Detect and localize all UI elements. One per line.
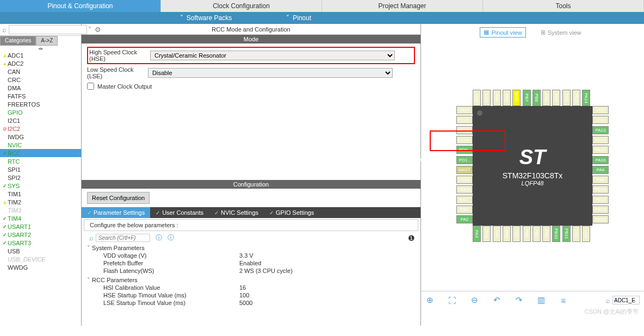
periph-usb_device[interactable]: USB_DEVICE <box>0 255 81 263</box>
periph-i2c1[interactable]: I2C1 <box>0 116 81 125</box>
top-tab-project-manager[interactable]: Project Manager <box>322 0 483 12</box>
pin-PB7[interactable]: PB7 <box>523 90 531 106</box>
toolbar-search-icon[interactable]: ⌕ <box>606 296 610 304</box>
param-search-input[interactable] <box>96 234 150 242</box>
periph-usart2[interactable]: USART2 <box>0 231 81 239</box>
pin-BOO[interactable]: BOO.. <box>512 90 521 106</box>
search-icon[interactable]: ⌕ <box>2 26 7 34</box>
pin-PB3[interactable]: PB3 <box>562 90 571 106</box>
pin-VDDA[interactable]: VDDA <box>456 185 473 194</box>
pin-VBAT[interactable]: VBAT <box>456 106 473 114</box>
pin-PA4[interactable]: PA4 <box>482 226 491 242</box>
param-row[interactable]: HSI Calibration Value16 <box>87 284 415 291</box>
pin-PA11[interactable]: PA11 <box>592 146 609 154</box>
top-tab-clock-configuration[interactable]: Clock Configuration <box>161 0 322 12</box>
pin-PC13[interactable]: PC13.. <box>456 116 473 124</box>
param-row[interactable]: HSE Startup Timout Value (ms)100 <box>87 291 415 299</box>
pin-PC14[interactable]: PC14.. <box>456 126 473 134</box>
pin-VDD[interactable]: VDD <box>582 226 590 242</box>
master-clock-checkbox[interactable] <box>87 83 94 90</box>
lse-select[interactable]: Disable <box>148 68 393 78</box>
pin-PA7[interactable]: PA7 <box>512 226 521 242</box>
periph-dma[interactable]: DMA <box>0 84 81 92</box>
periph-tim2[interactable]: TIM2 <box>0 198 81 206</box>
pin-PA5[interactable]: PA5 <box>493 226 501 242</box>
periph-tim4[interactable]: TIM4 <box>0 214 81 222</box>
top-tab-pinout-configuration[interactable]: Pinout & Configuration <box>0 0 161 12</box>
pin-NRST[interactable]: NRST <box>456 166 473 174</box>
periph-gpio[interactable]: GPIO <box>0 108 81 116</box>
rotate-left-icon[interactable]: ↶ <box>492 296 501 304</box>
periph-freertos[interactable]: FREERTOS <box>0 100 81 108</box>
pin-PB12[interactable]: PB12 <box>592 215 609 223</box>
periph-spi1[interactable]: SPI1 <box>0 165 81 173</box>
pin-PA8[interactable]: PA8 <box>592 176 609 184</box>
periph-spi2[interactable]: SPI2 <box>0 173 81 182</box>
pin-VSS[interactable]: VSS <box>592 116 609 124</box>
help-icon[interactable]: ❶ <box>408 234 415 242</box>
system-view-button[interactable]: ⊞System view <box>537 27 585 38</box>
pin-PB13[interactable]: PB13 <box>592 206 609 214</box>
periph-rtc[interactable]: RTC <box>0 157 81 165</box>
updown-arrows[interactable]: ◂▸ <box>0 46 81 51</box>
pin-PB1[interactable]: PB1 <box>532 226 541 242</box>
pin-PB8[interactable]: PB8 <box>503 90 511 106</box>
pin-PA0[interactable]: PA0.. <box>456 196 473 204</box>
rotate-right-icon[interactable]: ↷ <box>515 296 523 304</box>
pin-PD0[interactable]: PD0.. <box>456 146 473 154</box>
periph-adc2[interactable]: ADC2 <box>0 59 81 67</box>
toolbar-search-input[interactable] <box>612 296 640 304</box>
pin-PD1[interactable]: PD1.. <box>456 156 473 164</box>
config-tab-parameter-settings[interactable]: Parameter Settings <box>82 207 150 218</box>
zoom-out-icon[interactable]: ⊖ <box>470 296 479 304</box>
reset-config-button[interactable]: Reset Configuration <box>87 192 150 204</box>
pin-PA1[interactable]: PA1 <box>456 206 473 214</box>
pin-PB11[interactable]: PB11 <box>562 226 571 242</box>
pin-PA6[interactable]: PA6 <box>503 226 511 242</box>
param-row[interactable]: VDD voltage (V)3.3 V <box>87 252 415 259</box>
pin-PA10[interactable]: PA10 <box>592 156 609 164</box>
pin-PA13[interactable]: PA13 <box>592 126 609 134</box>
sidebar-search-input[interactable] <box>9 25 87 34</box>
layers-icon[interactable]: ≡ <box>559 296 568 304</box>
config-tab-nvic-settings[interactable]: NVIC Settings <box>209 207 264 218</box>
param-search-icon[interactable]: ⌕ <box>89 234 94 242</box>
periph-adc1[interactable]: ADC1 <box>0 51 81 59</box>
param-row[interactable]: Prefetch BufferEnabled <box>87 259 415 267</box>
pin-PA9[interactable]: PA9 <box>592 166 609 174</box>
periph-sys[interactable]: SYS <box>0 182 81 190</box>
tab-categories[interactable]: Categories <box>0 36 36 46</box>
pin-VSS[interactable]: VSS <box>482 90 491 106</box>
chip-container[interactable]: ST STM32F103C8Tx LQFP48 VBATPC13..PC14..… <box>421 41 644 291</box>
pin-PB0[interactable]: PB0 <box>523 226 531 242</box>
periph-rcc[interactable]: RCC <box>0 149 81 157</box>
pin-PA2[interactable]: PA2 <box>456 215 473 223</box>
periph-fatfs[interactable]: FATFS <box>0 92 81 100</box>
pin-PB6[interactable]: PB6 <box>532 90 541 106</box>
pinout-view-button[interactable]: ▦Pinout view <box>480 27 525 38</box>
periph-tim1[interactable]: TIM1 <box>0 190 81 198</box>
periph-iwdg[interactable]: IWDG <box>0 133 81 141</box>
pin-PB9[interactable]: PB9 <box>493 90 501 106</box>
grid-icon[interactable]: ▥ <box>537 296 546 304</box>
periph-nvic[interactable]: NVIC <box>0 141 81 149</box>
periph-usart1[interactable]: USART1 <box>0 222 81 231</box>
config-tab-gpio-settings[interactable]: GPIO Settings <box>264 207 319 218</box>
periph-can[interactable]: CAN <box>0 67 81 76</box>
pin-VSSA[interactable]: VSSA <box>456 176 473 184</box>
pin-PA12[interactable]: PA12 <box>592 136 609 144</box>
param-group-title[interactable]: System Parameters <box>87 245 415 252</box>
periph-i2c2[interactable]: I2C2 <box>0 125 81 133</box>
pin-PB15[interactable]: PB15 <box>592 185 609 194</box>
tab-a-z[interactable]: A->Z <box>36 36 58 46</box>
periph-tim3[interactable]: TIM3 <box>0 206 81 214</box>
param-row[interactable]: Flash Latency(WS)2 WS (3 CPU cycle) <box>87 267 415 275</box>
pin-PB14[interactable]: PB14 <box>592 196 609 204</box>
periph-usart3[interactable]: USART3 <box>0 239 81 247</box>
pin-VDD[interactable]: VDD <box>473 90 481 106</box>
info-icon-2[interactable]: ⓘ <box>168 233 174 242</box>
pin-PA14[interactable]: PA14 <box>582 90 590 106</box>
param-row[interactable]: LSE Startup Timout Value (ms)5000 <box>87 299 415 307</box>
periph-wwdg[interactable]: WWDG <box>0 263 81 271</box>
pin-PA15[interactable]: PA15 <box>572 90 580 106</box>
